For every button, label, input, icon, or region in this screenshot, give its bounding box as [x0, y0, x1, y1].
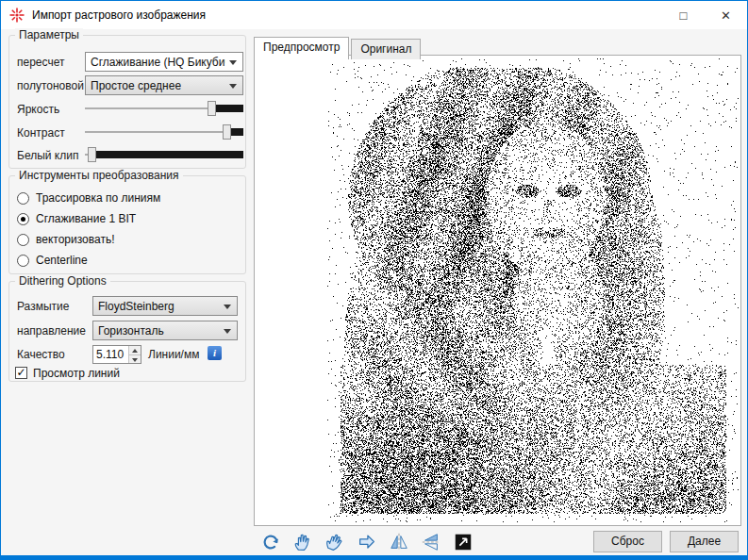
info-icon[interactable]: i	[208, 346, 222, 360]
blur-select[interactable]: FloydSteinberg	[92, 296, 238, 316]
chevron-down-icon	[224, 305, 231, 309]
slider-thumb[interactable]	[88, 147, 96, 162]
radio-icon	[17, 192, 29, 205]
reset-button[interactable]: Сброс	[593, 531, 662, 552]
tab-preview[interactable]: Предпросмотр	[254, 37, 349, 59]
quality-value: 5.110	[93, 346, 128, 363]
rotate-button[interactable]	[258, 531, 283, 553]
rotate-icon	[259, 532, 282, 552]
preview-tabs: Предпросмотр Оригинал	[254, 36, 423, 58]
quality-unit-label: Линии/мм	[148, 348, 199, 361]
close-button[interactable]: ✕	[705, 1, 747, 29]
radio-smoothing-1bit[interactable]: Сглаживание 1 BIT	[17, 211, 136, 226]
halftone-select[interactable]: Простое среднее	[85, 75, 243, 95]
chevron-down-icon	[224, 329, 231, 334]
image-toolbar	[258, 530, 475, 554]
radio-vectorize[interactable]: векторизовать!	[17, 232, 114, 247]
pan-hand-icon	[291, 532, 314, 552]
flip-vertical-button[interactable]	[418, 531, 443, 553]
radio-label: Трассировка по линиям	[36, 191, 160, 205]
direction-select[interactable]: Горизонталь	[92, 321, 238, 340]
caption-buttons: □ ✕	[662, 1, 747, 29]
resample-value: Сглаживание (HQ Бикубичес	[91, 56, 225, 69]
invert-icon	[452, 532, 474, 552]
parameters-group-title: Параметры	[15, 28, 83, 41]
direction-value: Горизонталь	[98, 324, 164, 338]
conversion-tools-group: Инструменты преобразования Трассировка п…	[8, 175, 246, 274]
blur-label: Размытие	[17, 300, 69, 313]
tab-original[interactable]: Оригинал	[351, 39, 421, 59]
grab-hand-button[interactable]	[322, 531, 347, 553]
maximize-button[interactable]: □	[662, 1, 705, 29]
window-accent-border	[1, 555, 747, 559]
slider-thumb[interactable]	[208, 101, 216, 116]
brightness-label: Яркость	[17, 103, 59, 116]
vectorize-arrow-icon	[356, 532, 378, 552]
blur-value: FloydSteinberg	[98, 300, 175, 313]
flip-horizontal-icon	[388, 532, 410, 552]
slider-fill	[91, 151, 243, 158]
slider-thumb[interactable]	[223, 124, 231, 140]
quality-label: Качество	[17, 348, 65, 361]
window-title: Импорт растрового изображения	[32, 8, 206, 22]
dithering-options-group: Dithering Options Размытие FloydSteinber…	[8, 281, 246, 382]
halftone-value: Простое среднее	[91, 79, 181, 92]
radio-label: Centerline	[36, 254, 88, 267]
resample-select[interactable]: Сглаживание (HQ Бикубичес	[85, 52, 243, 72]
chevron-down-icon	[229, 84, 237, 89]
direction-label: направление	[17, 324, 86, 338]
dialog-window: Импорт растрового изображения □ ✕ Параме…	[0, 0, 748, 560]
dithering-options-title: Dithering Options	[15, 274, 110, 288]
radio-label: Сглаживание 1 BIT	[36, 212, 136, 225]
conversion-tools-title: Инструменты преобразования	[15, 169, 183, 182]
checkbox-label: Просмотр линий	[33, 367, 120, 380]
title-bar[interactable]: Импорт растрового изображения □ ✕	[1, 1, 747, 29]
preview-panel	[254, 55, 741, 526]
radio-icon	[17, 255, 29, 267]
preview-lines-checkbox[interactable]: ✓ Просмотр линий	[15, 366, 120, 380]
flip-horizontal-button[interactable]	[386, 531, 411, 553]
invert-button[interactable]	[450, 531, 475, 553]
contrast-label: Контраст	[17, 126, 65, 140]
quality-spin-down-icon[interactable]	[129, 355, 141, 364]
radio-label: векторизовать!	[36, 233, 114, 246]
white-clip-label: Белый клип	[17, 149, 78, 162]
checkbox-icon: ✓	[15, 367, 27, 379]
slider-fill	[211, 105, 243, 112]
quality-input[interactable]: 5.110	[92, 345, 141, 364]
radio-centerline[interactable]: Centerline	[17, 253, 88, 268]
pan-hand-button[interactable]	[290, 531, 315, 553]
halftone-label: полутоновой	[17, 79, 84, 92]
chevron-down-icon	[229, 60, 237, 65]
radio-icon	[17, 213, 29, 225]
app-logo-icon	[9, 8, 25, 23]
preview-image	[327, 58, 739, 522]
resample-label: пересчет	[17, 56, 64, 69]
radio-icon	[17, 234, 29, 246]
white-clip-slider[interactable]	[85, 146, 243, 163]
quality-spin-up-icon[interactable]	[129, 346, 141, 355]
parameters-group: Параметры пересчет Сглаживание (HQ Бикуб…	[8, 35, 246, 169]
radio-trace-lines[interactable]: Трассировка по линиям	[17, 190, 160, 206]
next-button[interactable]: Далее	[670, 531, 739, 552]
grab-hand-icon	[324, 532, 346, 552]
contrast-slider[interactable]	[85, 124, 243, 140]
vectorize-arrow-button[interactable]	[354, 531, 379, 553]
brightness-slider[interactable]	[85, 100, 243, 117]
flip-vertical-icon	[420, 532, 442, 552]
slider-track	[85, 131, 243, 133]
